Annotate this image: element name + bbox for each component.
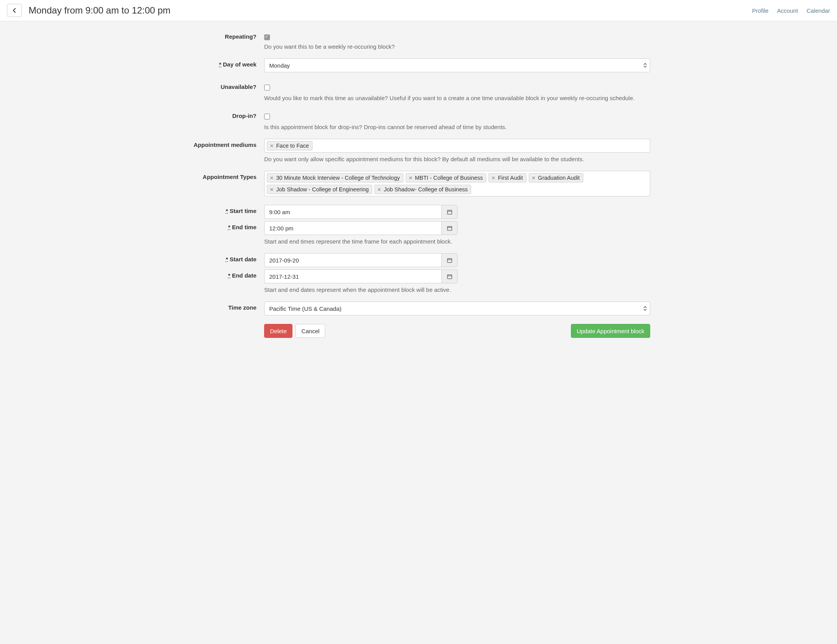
timezone-select[interactable]: Pacific Time (US & Canada): [264, 302, 650, 315]
help-mediums: Do you want only allow specific appointm…: [264, 156, 650, 162]
help-dates: Start and end dates represent when the a…: [264, 286, 650, 293]
svg-rect-2: [447, 258, 451, 262]
calendar-icon: [447, 209, 453, 215]
calendar-icon: [447, 274, 453, 279]
row-mediums: Appointment mediums ✕Face to Face Do you…: [187, 139, 650, 162]
header-left: Monday from 9:00 am to 12:00 pm: [7, 4, 171, 17]
svg-rect-3: [447, 274, 451, 278]
start-time-input[interactable]: [264, 205, 441, 219]
repeating-checkbox[interactable]: [264, 34, 270, 40]
end-date-input[interactable]: [264, 269, 441, 283]
help-unavailable: Would you like to mark this time as unav…: [264, 95, 650, 101]
start-time-picker-button[interactable]: [441, 205, 458, 219]
tag-label: Job Shadow - College of Engineering: [276, 186, 369, 193]
row-types: Appointment Types ✕30 Minute Mock Interv…: [187, 171, 650, 196]
calendar-icon: [447, 257, 453, 263]
help-times: Start and end times represent the time f…: [264, 238, 650, 245]
unavailable-checkbox[interactable]: [264, 85, 270, 90]
row-end-time: * End time Start and end times represent…: [187, 221, 650, 245]
remove-tag-icon[interactable]: ✕: [408, 175, 413, 181]
help-dropin: Is this appointment block for drop-ins? …: [264, 124, 650, 130]
remove-tag-icon[interactable]: ✕: [270, 143, 274, 148]
tag: ✕First Audit: [489, 173, 526, 182]
cancel-button[interactable]: Cancel: [296, 324, 325, 338]
row-unavailable: Unavailable? Would you like to mark this…: [187, 81, 650, 101]
tag-label: 30 Minute Mock Interview - College of Te…: [276, 175, 400, 181]
arrow-left-icon: [12, 8, 17, 13]
tag: ✕Job Shadow - College of Engineering: [267, 185, 372, 194]
svg-rect-0: [447, 210, 451, 214]
label-start-time: * Start time: [187, 205, 264, 214]
row-start-date: * Start date: [187, 253, 650, 267]
tag-label: First Audit: [498, 175, 523, 181]
remove-tag-icon[interactable]: ✕: [377, 187, 381, 192]
label-unavailable: Unavailable?: [187, 81, 264, 90]
row-start-time: * Start time: [187, 205, 650, 219]
day-of-week-select[interactable]: Monday: [264, 58, 650, 72]
help-repeating: Do you want this to be a weekly re-occur…: [264, 43, 650, 50]
row-timezone: Time zone Pacific Time (US & Canada): [187, 302, 650, 315]
tag-label: Job Shadow- College of Business: [384, 186, 468, 193]
page-title: Monday from 9:00 am to 12:00 pm: [29, 5, 171, 16]
row-dropin: Drop-in? Is this appointment block for d…: [187, 110, 650, 130]
label-dropin: Drop-in?: [187, 110, 264, 119]
remove-tag-icon[interactable]: ✕: [491, 175, 495, 181]
calendar-icon: [447, 225, 453, 231]
label-end-time: * End time: [187, 221, 264, 230]
start-date-picker-button[interactable]: [441, 253, 458, 267]
row-actions: Delete Cancel Update Appointment block: [187, 324, 650, 338]
nav-account[interactable]: Account: [777, 7, 798, 14]
start-date-input[interactable]: [264, 253, 441, 267]
tag-label: Face to Face: [276, 143, 309, 149]
row-repeating: Repeating? Do you want this to be a week…: [187, 31, 650, 50]
tag-label: MBTI - College of Business: [415, 175, 483, 181]
label-types: Appointment Types: [187, 171, 264, 180]
types-tags-input[interactable]: ✕30 Minute Mock Interview - College of T…: [264, 171, 650, 196]
end-time-picker-button[interactable]: [441, 221, 458, 235]
svg-rect-1: [447, 226, 451, 230]
label-start-date: * Start date: [187, 253, 264, 262]
row-day-of-week: * Day of week Monday: [187, 58, 650, 72]
remove-tag-icon[interactable]: ✕: [270, 175, 274, 181]
tag: ✕30 Minute Mock Interview - College of T…: [267, 173, 403, 182]
tag-label: Graduation Audit: [538, 175, 580, 181]
nav-calendar[interactable]: Calendar: [806, 7, 830, 14]
back-button[interactable]: [7, 4, 22, 17]
tag: ✕MBTI - College of Business: [406, 173, 487, 182]
page-header: Monday from 9:00 am to 12:00 pm Profile …: [0, 0, 837, 21]
tag: ✕Face to Face: [267, 141, 313, 150]
tag: ✕Job Shadow- College of Business: [374, 185, 471, 194]
label-end-date: * End date: [187, 269, 264, 279]
form-area: Repeating? Do you want this to be a week…: [181, 21, 656, 358]
tag: ✕Graduation Audit: [529, 173, 583, 182]
header-nav: Profile Account Calendar: [752, 7, 830, 14]
end-time-input[interactable]: [264, 221, 441, 235]
remove-tag-icon[interactable]: ✕: [531, 175, 536, 181]
end-date-picker-button[interactable]: [441, 269, 458, 283]
mediums-tags-input[interactable]: ✕Face to Face: [264, 139, 650, 153]
label-repeating: Repeating?: [187, 31, 264, 40]
label-timezone: Time zone: [187, 302, 264, 311]
label-day-of-week: * Day of week: [187, 58, 264, 68]
remove-tag-icon[interactable]: ✕: [270, 187, 274, 192]
update-button[interactable]: Update Appointment block: [571, 324, 650, 338]
delete-button[interactable]: Delete: [264, 324, 292, 338]
label-mediums: Appointment mediums: [187, 139, 264, 148]
row-end-date: * End date Start and end dates represent…: [187, 269, 650, 293]
nav-profile[interactable]: Profile: [752, 7, 769, 14]
dropin-checkbox[interactable]: [264, 114, 270, 119]
